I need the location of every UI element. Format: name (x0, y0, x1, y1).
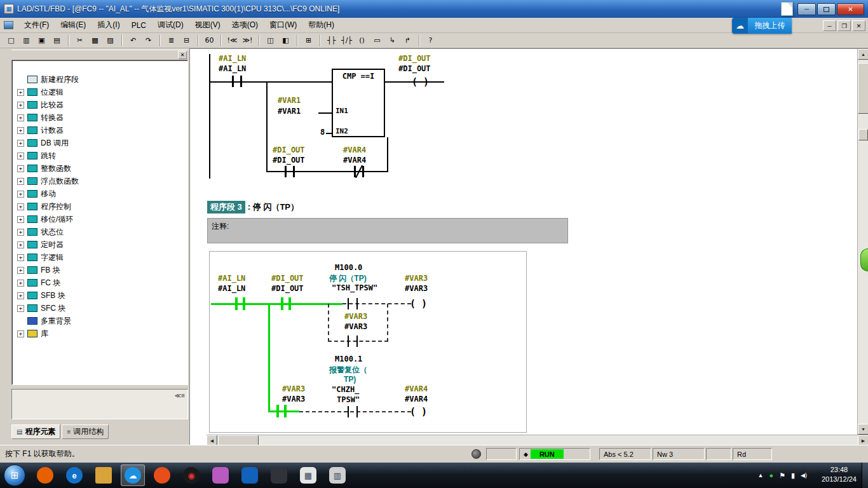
tray-network-icon[interactable]: ▮ (791, 471, 795, 480)
menu-window[interactable]: 窗口(W) (264, 18, 302, 32)
tab-call-structure[interactable]: ≡调用结构 (62, 424, 109, 439)
operand-address[interactable]: #AI_LN (219, 64, 246, 73)
ladder-editor[interactable]: #AI_LN #AI_LN CMP ==I IN1 IN2 #VAR1 #VAR… (189, 48, 868, 445)
expand-plus-icon[interactable] (17, 330, 24, 337)
mdi-restore-button[interactable]: ❒ (837, 20, 851, 31)
minimize-button[interactable]: ─ (797, 3, 816, 15)
tree-item-shift-rotate[interactable]: 移位/循环 (12, 213, 187, 226)
taskbar-cloud-app[interactable]: ☁ (121, 464, 145, 486)
operand-symbol[interactable]: #VAR3 (344, 312, 367, 321)
open-icon[interactable]: ▥ (19, 34, 34, 47)
screen-edge-widget[interactable] (860, 248, 868, 271)
scroll-page-marker[interactable] (858, 129, 868, 140)
taskbar-folder[interactable] (92, 464, 116, 486)
empty-box-icon[interactable]: ▭ (370, 34, 384, 47)
tree-item-multi-instance[interactable]: 多重背景 (12, 315, 187, 327)
operand-symbol[interactable]: #DI_OUT (273, 146, 305, 154)
operand-address[interactable]: #DI_OUT (398, 64, 431, 73)
tree-item-word-logic[interactable]: 字逻辑 (12, 251, 187, 264)
cut-icon[interactable]: ✂ (72, 34, 87, 47)
contact-no-icon[interactable]: ┤├ (324, 34, 339, 47)
menu-insert[interactable]: 插入(I) (92, 18, 125, 32)
output-coil[interactable]: ( ) (410, 407, 427, 417)
operand-address[interactable]: #DI_OUT (273, 156, 305, 165)
tray-expand-icon[interactable]: ▲ (758, 472, 764, 478)
mdi-minimize-button[interactable]: ─ (823, 20, 836, 31)
tray-flag-icon[interactable]: ⚑ (779, 471, 785, 480)
address-list-icon[interactable]: ≣ (164, 34, 179, 47)
taskbar-grid-app[interactable]: ▦ (296, 464, 320, 486)
taskbar-internet-explorer[interactable]: e (62, 464, 86, 486)
operand-symbol[interactable]: #VAR3 (405, 274, 428, 283)
new-icon[interactable]: □ (4, 34, 18, 47)
overview-window-icon[interactable]: ◧ (278, 34, 293, 47)
taskbar-panel-app[interactable]: ▥ (325, 464, 349, 486)
close-button[interactable]: ✕ (837, 3, 864, 15)
mdi-close-button[interactable]: ✕ (852, 20, 865, 31)
split-window-icon[interactable]: ◫ (263, 34, 278, 47)
no-contact[interactable] (348, 298, 358, 309)
start-button[interactable]: ⊞ (4, 464, 25, 486)
operand-address[interactable]: #VAR3 (405, 284, 428, 293)
tree-item-program-control[interactable]: 程序控制 (12, 200, 187, 213)
taskbar-flame-app[interactable] (150, 464, 174, 486)
prev-error-icon[interactable]: !≪ (225, 34, 240, 47)
operand-address[interactable]: M100.0 (335, 263, 362, 272)
contact-nc-icon[interactable]: ┤/├ (339, 34, 354, 47)
new-network-icon[interactable]: ⊞ (301, 34, 316, 47)
network-comment-box[interactable]: 注释: (207, 218, 568, 243)
paste-icon[interactable]: ▨ (103, 34, 118, 47)
tree-item-fb-block[interactable]: FB 块 (12, 264, 187, 276)
operand-address[interactable]: #VAR4 (405, 395, 428, 403)
scroll-down-icon[interactable]: ▼ (858, 424, 868, 435)
vertical-scrollbar[interactable]: ▲ ▼ (857, 49, 868, 435)
operand-symbol[interactable]: #VAR1 (278, 96, 301, 105)
vertical-scroll-thumb[interactable] (858, 63, 868, 114)
document-icon[interactable] (4, 21, 13, 29)
symbol-list-icon[interactable]: ⊟ (179, 34, 194, 47)
tree-item-converter[interactable]: 转换器 (12, 111, 187, 124)
expand-plus-icon[interactable] (17, 127, 24, 134)
scroll-up-icon[interactable]: ▲ (858, 49, 868, 60)
no-contact-energized[interactable] (281, 297, 291, 310)
tree-item-float-math[interactable]: 浮点数函数 (12, 175, 187, 187)
screenshot-page-icon[interactable] (781, 2, 793, 16)
tree-item-library[interactable]: 库 (12, 327, 187, 340)
taskbar-qq-app[interactable] (238, 464, 262, 486)
network-title[interactable]: : 停 闪（TP） (248, 201, 299, 213)
coil-icon[interactable]: () (355, 34, 369, 47)
redo-icon[interactable]: ↷ (141, 34, 156, 47)
expand-plus-icon[interactable] (17, 229, 24, 236)
constant-value[interactable]: 8 (320, 128, 325, 137)
output-coil[interactable]: ( ) (410, 299, 427, 309)
operand-symbol[interactable]: #VAR4 (405, 384, 428, 393)
output-coil[interactable]: ( ) (412, 77, 429, 87)
expand-plus-icon[interactable] (17, 292, 24, 299)
tree-item-sfc-block[interactable]: SFC 块 (12, 302, 187, 315)
copy-icon[interactable]: ▩ (88, 34, 102, 47)
menu-debug[interactable]: 调试(D) (152, 18, 189, 32)
operand-address[interactable]: #VAR3 (344, 322, 367, 331)
open-branch-icon[interactable]: ↳ (385, 34, 400, 47)
expand-plus-icon[interactable] (17, 241, 24, 248)
network-number[interactable]: 程序段 3 (207, 201, 245, 214)
operand-symbol-name[interactable]: "TSH_TPSW" (332, 283, 377, 292)
expand-plus-icon[interactable] (17, 267, 24, 274)
tree-item-db-call[interactable]: DB 调用 (12, 137, 187, 149)
operand-symbol[interactable]: #AI_LN (218, 274, 245, 283)
menu-options[interactable]: 选项(O) (226, 18, 264, 32)
no-contact-energized[interactable] (235, 297, 245, 310)
tree-item-counter[interactable]: 计数器 (12, 124, 187, 137)
taskbar-clock[interactable]: 23:48 2013/12/24 (822, 465, 857, 484)
operand-symbol[interactable]: #VAR4 (343, 146, 366, 154)
expand-plus-icon[interactable] (17, 165, 24, 172)
tree-item-move[interactable]: 移动 (12, 187, 187, 200)
taskbar-paint-app[interactable] (208, 464, 233, 486)
menu-help[interactable]: 帮助(H) (302, 18, 340, 32)
tray-status-icon[interactable]: ● (769, 471, 773, 479)
operand-symbol[interactable]: #DI_OUT (271, 274, 304, 283)
expand-plus-icon[interactable] (17, 191, 24, 198)
tree-item-comparator[interactable]: 比较器 (12, 98, 187, 111)
tree-item-new-network[interactable]: 新建程序段 (12, 73, 187, 86)
menu-file[interactable]: 文件(F) (18, 18, 55, 32)
